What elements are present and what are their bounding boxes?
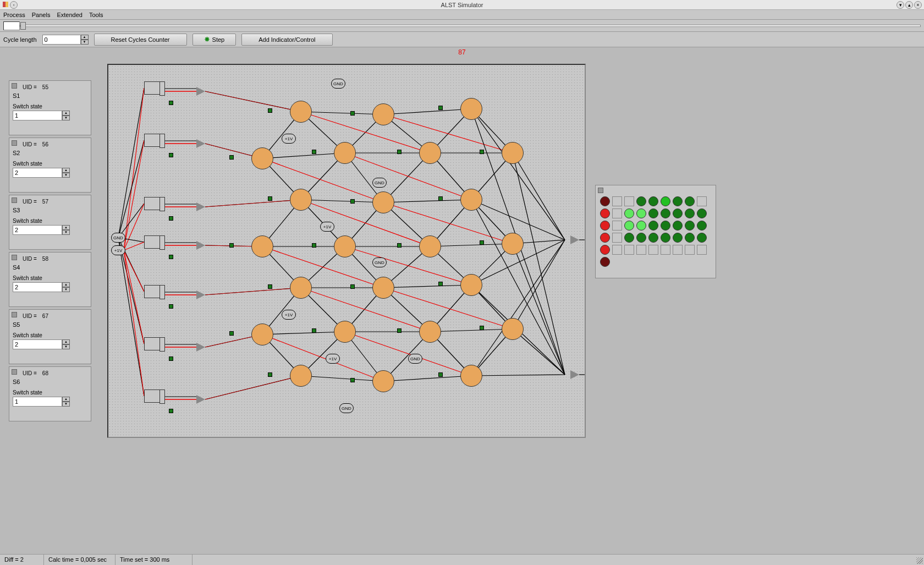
slider-thumb[interactable] [20,22,26,30]
neuron-node[interactable] [460,274,482,296]
buffer-icon[interactable] [196,290,205,299]
spin-up-icon[interactable]: ▲ [62,397,70,402]
close-icon[interactable]: × [914,1,922,9]
neuron-node[interactable] [502,233,524,255]
menu-extended[interactable]: Extended [57,12,82,18]
neuron-node[interactable] [372,370,394,392]
drag-handle-icon[interactable] [12,83,17,89]
switch-state-spinner[interactable]: ▲▼ [13,168,87,178]
gate-block[interactable] [144,81,165,95]
neuron-node[interactable] [251,235,273,257]
buffer-icon[interactable] [196,202,205,211]
neuron-node[interactable] [502,142,524,164]
add-indicator-button[interactable]: Add Indicator/Control [241,34,332,46]
neuron-node[interactable] [251,323,273,345]
spin-up-icon[interactable]: ▲ [62,111,70,116]
spin-down-icon[interactable]: ▼ [62,344,70,349]
switch-control-card[interactable]: UID =58S4Switch state▲▼ [9,252,91,307]
buffer-icon[interactable] [196,395,205,404]
neuron-node[interactable] [251,147,273,169]
gnd-node[interactable]: GND [331,79,345,89]
slider-value[interactable] [3,21,20,30]
cycle-length-spinner[interactable]: ▲▼ [42,35,89,45]
gate-block[interactable] [144,337,165,350]
spin-up-icon[interactable]: ▲ [62,339,70,344]
v1-node[interactable]: +1V [282,134,296,144]
gnd-node[interactable]: GND [372,178,387,188]
neuron-node[interactable] [334,235,356,257]
neuron-node[interactable] [419,235,441,257]
spin-up-icon[interactable]: ▲ [62,168,70,173]
neuron-node[interactable] [290,365,312,387]
neuron-node[interactable] [372,191,394,213]
switch-state-input[interactable] [13,397,62,407]
neuron-node[interactable] [502,318,524,340]
switch-state-spinner[interactable]: ▲▼ [13,225,87,235]
switch-state-input[interactable] [13,282,62,292]
neuron-node[interactable] [290,101,312,123]
drag-handle-icon[interactable] [12,198,17,203]
minimize-icon[interactable]: ▾ [897,1,904,9]
switch-state-input[interactable] [13,339,62,349]
menu-tools[interactable]: Tools [89,12,103,18]
spin-up-icon[interactable]: ▲ [62,225,70,230]
switch-state-spinner[interactable]: ▲▼ [13,397,87,407]
resize-grip-icon[interactable] [916,557,923,564]
neuron-node[interactable] [460,189,482,211]
drag-handle-icon[interactable] [12,312,17,317]
v1-node[interactable]: +1V [111,245,125,255]
gate-block[interactable] [144,390,165,403]
drag-handle-icon[interactable] [598,188,603,193]
spin-down-icon[interactable]: ▼ [62,287,70,292]
switch-state-spinner[interactable]: ▲▼ [13,282,87,292]
spin-up-icon[interactable]: ▲ [62,282,70,287]
speed-slider[interactable] [20,25,921,27]
spin-down-icon[interactable]: ▼ [81,40,89,45]
switch-control-card[interactable]: UID =55S1Switch state▲▼ [9,80,91,135]
maximize-icon[interactable]: ▴ [905,1,913,9]
spin-down-icon[interactable]: ▼ [62,173,70,178]
neuron-node[interactable] [419,321,441,343]
buffer-icon[interactable] [196,87,205,96]
neuron-node[interactable] [334,321,356,343]
gnd-node[interactable]: GND [408,354,422,364]
buffer-icon[interactable] [570,235,579,244]
gnd-node[interactable]: GND [372,257,387,267]
spin-up-icon[interactable]: ▲ [81,35,89,40]
switch-control-card[interactable]: UID =67S5Switch state▲▼ [9,309,91,364]
cycle-length-input[interactable] [42,35,81,45]
neuron-node[interactable] [372,103,394,125]
drag-handle-icon[interactable] [12,140,17,146]
switch-state-input[interactable] [13,168,62,178]
buffer-icon[interactable] [196,139,205,148]
drag-handle-icon[interactable] [12,255,17,260]
v1-node[interactable]: +1V [320,222,334,232]
switch-state-input[interactable] [13,225,62,235]
gnd-node[interactable]: GND [339,403,354,413]
menu-panels[interactable]: Panels [32,12,51,18]
spin-down-icon[interactable]: ▼ [62,116,70,120]
v1-node[interactable]: +1V [282,310,296,320]
neuron-node[interactable] [460,98,482,120]
switch-state-spinner[interactable]: ▲▼ [13,111,87,120]
neuron-node[interactable] [419,142,441,164]
gate-block[interactable] [144,134,165,147]
switch-control-card[interactable]: UID =57S3Switch state▲▼ [9,195,91,250]
neuron-node[interactable] [334,142,356,164]
switch-control-card[interactable]: UID =56S2Switch state▲▼ [9,138,91,193]
switch-state-input[interactable] [13,111,62,120]
gate-block[interactable] [144,285,165,298]
spin-down-icon[interactable]: ▼ [62,230,70,235]
reset-cycles-button[interactable]: Reset Cycles Counter [94,34,187,46]
schematic-canvas[interactable]: GND+1VGND+1VGND+1VGND+1V+1VGNDGND [107,64,586,438]
buffer-icon[interactable] [196,343,205,352]
step-button[interactable]: ✸Step [193,34,237,46]
neuron-node[interactable] [290,189,312,211]
gnd-node[interactable]: GND [111,233,125,243]
drag-handle-icon[interactable] [12,369,17,375]
neuron-node[interactable] [290,277,312,299]
buffer-icon[interactable] [196,241,205,250]
spin-down-icon[interactable]: ▼ [62,402,70,407]
neuron-node[interactable] [372,277,394,299]
gate-block[interactable] [144,235,165,249]
